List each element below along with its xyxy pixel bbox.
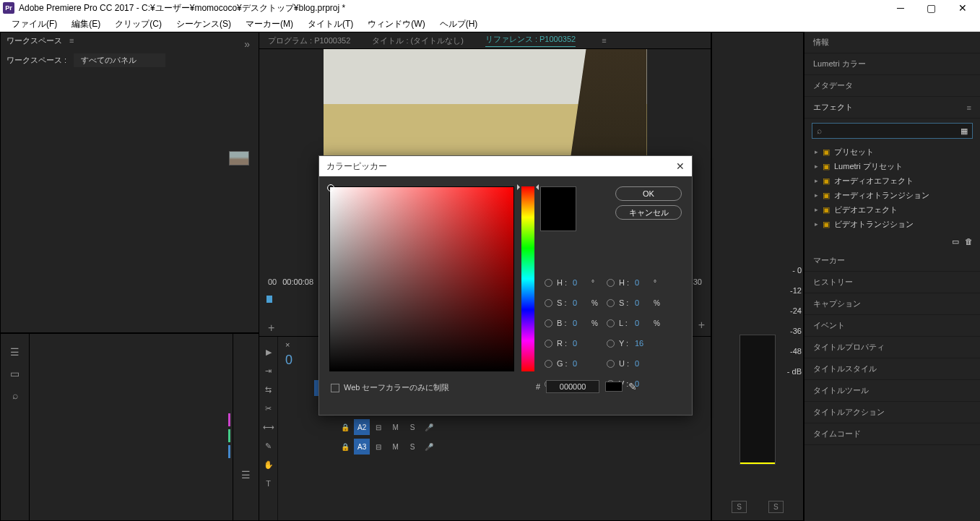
panel-menu-icon[interactable]: ≡ (602, 36, 606, 45)
menu-sequence[interactable]: シーケンス(S) (169, 16, 238, 32)
mic-icon[interactable]: 🎤 (422, 419, 437, 435)
razor-tool-icon[interactable]: ✂ (259, 399, 277, 418)
selection-tool-icon[interactable]: ▶ (259, 343, 277, 361)
slip-tool-icon[interactable]: ⟷ (259, 418, 277, 436)
menu-title[interactable]: タイトル(T) (300, 16, 360, 32)
color-value[interactable]: 0 (635, 278, 651, 287)
ok-button[interactable]: OK (615, 186, 682, 201)
color-value[interactable]: 0 (573, 278, 589, 287)
close-icon[interactable]: ✕ (676, 160, 685, 172)
reference-tab[interactable]: リファレンス : P1000352 (485, 34, 576, 47)
panel-timecode[interactable]: タイムコード (805, 423, 980, 445)
lock-icon[interactable]: 🔒 (337, 419, 352, 435)
hue-slider[interactable] (521, 186, 534, 371)
panel-lumetri[interactable]: Lumetri カラー (805, 53, 980, 75)
cancel-button[interactable]: キャンセル (615, 205, 682, 220)
workspace-tab[interactable]: ワークスペース (6, 36, 62, 45)
panel-event[interactable]: イベント (805, 315, 980, 337)
fx-tree-item[interactable]: ▸▣オーディオエフェクト (805, 173, 980, 188)
track-a2[interactable]: A2 (354, 419, 369, 435)
timecode-left[interactable]: 00:00:08 (282, 277, 313, 286)
new-bin-icon[interactable]: ▭ (952, 237, 959, 246)
color-value[interactable]: 16 (635, 339, 651, 348)
fx-tree-item[interactable]: ▸▣ビデオエフェクト (805, 202, 980, 217)
color-cursor[interactable] (327, 184, 334, 191)
panel-titlestyle[interactable]: タイトルスタイル (805, 358, 980, 380)
source-thumbnail[interactable] (229, 151, 249, 165)
track-a3[interactable]: A3 (354, 439, 369, 455)
panel-effects[interactable]: エフェクト (813, 102, 853, 113)
solo-left[interactable]: S (732, 501, 747, 513)
collapse-icon[interactable]: » (244, 38, 250, 50)
radio-icon[interactable] (545, 319, 552, 327)
fx-tree-item[interactable]: ▸▣Lumetri プリセット (805, 159, 980, 173)
ripple-tool-icon[interactable]: ⇆ (259, 380, 277, 399)
type-tool-icon[interactable]: T (259, 474, 277, 493)
trash-icon[interactable]: 🗑 (965, 237, 973, 246)
panel-marker[interactable]: マーカー (805, 250, 980, 272)
panel-titleaction[interactable]: タイトルアクション (805, 402, 980, 423)
color-value[interactable]: 0 (573, 319, 589, 327)
panel-info[interactable]: 情報 (805, 32, 980, 53)
panel-titletool[interactable]: タイトルツール (805, 380, 980, 402)
radio-icon[interactable] (545, 340, 552, 348)
websafe-checkbox[interactable] (331, 384, 339, 392)
track-select-tool-icon[interactable]: ⇥ (259, 361, 277, 380)
radio-icon[interactable] (607, 360, 615, 368)
panel-menu-icon[interactable]: ≡ (69, 36, 74, 45)
add-button-right[interactable]: + (698, 319, 705, 332)
hex-input[interactable] (546, 380, 599, 393)
radio-icon[interactable] (545, 299, 552, 307)
list-view-icon[interactable]: ☰ (1, 341, 29, 363)
list-icon[interactable]: ☰ (233, 464, 259, 486)
menu-window[interactable]: ウィンドウ(W) (360, 16, 432, 32)
toggle-output-icon[interactable]: ⊟ (371, 439, 386, 455)
menu-file[interactable]: ファイル(F) (4, 16, 64, 32)
color-value[interactable]: 0 (635, 359, 651, 368)
pen-tool-icon[interactable]: ✎ (259, 436, 277, 455)
menu-help[interactable]: ヘルプ(H) (433, 16, 485, 32)
folder-icon[interactable]: ▭ (1, 363, 29, 384)
solo-button[interactable]: S (404, 419, 420, 435)
radio-icon[interactable] (607, 299, 615, 307)
color-value[interactable]: 0 (635, 379, 651, 388)
panel-caption[interactable]: キャプション (805, 293, 980, 315)
color-value[interactable]: 0 (635, 298, 651, 307)
workspace-select[interactable]: すべてのパネル (74, 53, 165, 67)
menu-clip[interactable]: クリップ(C) (108, 16, 169, 32)
effects-search[interactable]: ⌕▦ (812, 123, 973, 139)
radio-icon[interactable] (607, 340, 615, 348)
program-tab[interactable]: プログラム : P1000352 (268, 35, 350, 46)
mute-button[interactable]: M (388, 439, 403, 455)
color-field[interactable] (329, 186, 514, 371)
color-value[interactable]: 0 (573, 298, 589, 307)
fx-tree-item[interactable]: ▸▣ビデオトランジション (805, 217, 980, 231)
radio-icon[interactable] (545, 360, 552, 368)
color-value[interactable]: 0 (573, 359, 589, 368)
eyedropper-icon[interactable]: ✎ (628, 381, 637, 392)
solo-button[interactable]: S (404, 439, 420, 455)
panel-menu-icon[interactable]: ≡ (967, 103, 971, 112)
playhead[interactable] (266, 296, 272, 303)
lock-icon[interactable]: 🔒 (337, 439, 352, 455)
solo-right[interactable]: S (768, 501, 784, 513)
fx-tree-item[interactable]: ▸▣オーディオトランジション (805, 188, 980, 202)
toggle-output-icon[interactable]: ⊟ (371, 419, 386, 435)
mic-icon[interactable]: 🎤 (422, 439, 437, 455)
menu-edit[interactable]: 編集(E) (64, 16, 108, 32)
title-tab[interactable]: タイトル : (タイトルなし) (372, 35, 464, 46)
search-icon[interactable]: ⌕ (1, 384, 29, 406)
minimize-button[interactable]: ─ (886, 0, 915, 16)
color-value[interactable]: 0 (635, 319, 651, 327)
mute-button[interactable]: M (388, 419, 403, 435)
add-button[interactable]: + (259, 322, 274, 336)
maximize-button[interactable]: ▢ (917, 0, 946, 16)
panel-meta[interactable]: メタデータ (805, 75, 980, 97)
hand-tool-icon[interactable]: ✋ (259, 455, 277, 474)
close-seq-icon[interactable]: × (285, 340, 290, 349)
radio-icon[interactable] (545, 279, 552, 287)
panel-history[interactable]: ヒストリー (805, 272, 980, 293)
panel-titleprop[interactable]: タイトルプロパティ (805, 337, 980, 358)
preset-icon[interactable]: ▦ (961, 126, 968, 136)
fx-tree-item[interactable]: ▸▣プリセット (805, 145, 980, 159)
